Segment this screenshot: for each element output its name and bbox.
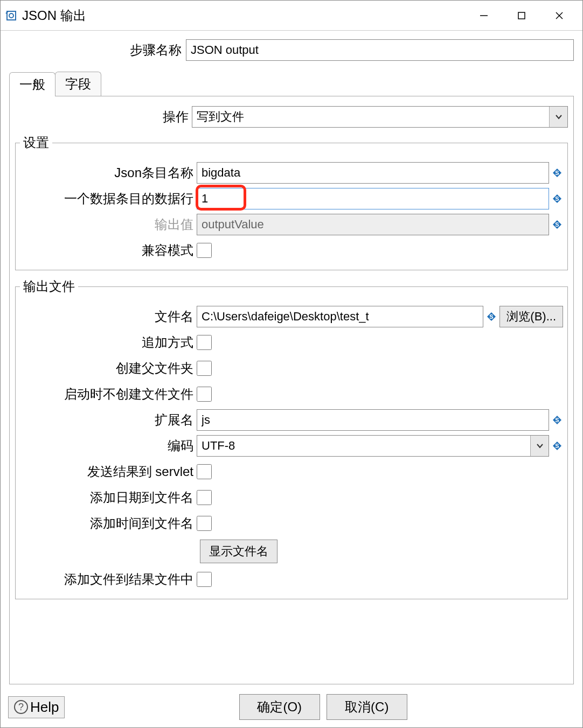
send-servlet-row: 发送结果到 servlet <box>20 460 563 484</box>
extension-input[interactable] <box>197 409 549 431</box>
add-date-row: 添加日期到文件名 <box>20 486 563 509</box>
help-icon: ? <box>14 700 28 714</box>
variable-icon[interactable]: S <box>551 414 563 426</box>
content-area: 步骤名称 一般 字段 操作 <box>1 31 582 689</box>
append-row: 追加方式 <box>20 331 563 354</box>
browse-button[interactable]: 浏览(B)... <box>499 306 563 327</box>
append-label: 追加方式 <box>20 334 197 351</box>
dialog-window: JSON 输出 步骤名称 一般 字段 操作 <box>0 0 583 728</box>
variable-icon[interactable]: S <box>551 193 563 205</box>
encoding-row: 编码 S <box>20 434 563 458</box>
help-label: Help <box>30 699 59 716</box>
svg-text:S: S <box>555 170 559 176</box>
json-entry-label: Json条目名称 <box>20 164 197 181</box>
output-file-fieldset: 输出文件 文件名 S 浏览(B)... 追加方式 <box>15 278 568 599</box>
add-time-label: 添加时间到文件名 <box>20 515 197 532</box>
close-button[interactable] <box>540 5 578 26</box>
tab-general[interactable]: 一般 <box>9 72 55 96</box>
bottom-bar: ? Help 确定(O) 取消(C) <box>1 689 582 727</box>
svg-rect-0 <box>7 11 16 20</box>
filename-row: 文件名 S 浏览(B)... <box>20 305 563 328</box>
variable-icon[interactable]: S <box>551 440 563 452</box>
no-create-start-row: 启动时不创建文件文件 <box>20 382 563 406</box>
tab-fields[interactable]: 字段 <box>55 72 101 96</box>
create-parent-row: 创建父文件夹 <box>20 356 563 380</box>
output-value-row: 输出值 S <box>20 213 563 236</box>
settings-legend: 设置 <box>20 134 52 151</box>
filename-label: 文件名 <box>20 308 197 325</box>
encoding-select[interactable] <box>197 435 549 457</box>
step-name-label: 步骤名称 <box>9 41 182 59</box>
tab-container: 一般 字段 操作 设置 <box>9 72 574 684</box>
compat-checkbox[interactable] <box>197 243 212 258</box>
extension-label: 扩展名 <box>20 411 197 429</box>
step-name-row: 步骤名称 <box>9 39 574 65</box>
no-create-start-checkbox[interactable] <box>197 387 212 402</box>
variable-icon[interactable]: S <box>485 311 497 323</box>
rows-per-entry-input[interactable] <box>197 188 549 209</box>
compat-label: 兼容模式 <box>20 242 197 259</box>
variable-icon[interactable]: S <box>551 167 563 179</box>
output-file-legend: 输出文件 <box>20 278 78 295</box>
minimize-button[interactable] <box>465 5 503 26</box>
svg-text:S: S <box>555 417 559 423</box>
filename-input[interactable] <box>197 306 483 327</box>
svg-text:S: S <box>555 221 559 228</box>
append-checkbox[interactable] <box>197 335 212 350</box>
step-name-input[interactable] <box>186 39 574 61</box>
add-time-row: 添加时间到文件名 <box>20 512 563 535</box>
send-servlet-label: 发送结果到 servlet <box>20 463 197 480</box>
output-value-label: 输出值 <box>20 216 197 233</box>
help-button[interactable]: ? Help <box>8 696 65 718</box>
window-controls <box>465 5 578 26</box>
operation-row: 操作 <box>15 105 568 129</box>
send-servlet-checkbox[interactable] <box>197 464 212 479</box>
add-to-result-row: 添加文件到结果文件中 <box>20 568 563 591</box>
extension-row: 扩展名 S <box>20 408 563 432</box>
cancel-button[interactable]: 取消(C) <box>327 694 407 720</box>
encoding-label: 编码 <box>20 437 197 454</box>
compat-row: 兼容模式 <box>20 239 563 262</box>
rows-per-entry-label: 一个数据条目的数据行 <box>20 190 197 207</box>
svg-point-1 <box>9 13 13 18</box>
show-filename-row: 显示文件名 <box>20 540 563 563</box>
variable-icon[interactable]: S <box>551 219 563 230</box>
operation-label: 操作 <box>15 108 192 125</box>
no-create-start-label: 启动时不创建文件文件 <box>20 386 197 403</box>
operation-select[interactable] <box>192 106 568 128</box>
add-to-result-label: 添加文件到结果文件中 <box>20 571 197 588</box>
svg-text:S: S <box>555 443 559 449</box>
add-date-checkbox[interactable] <box>197 490 212 505</box>
json-entry-input[interactable] <box>197 162 549 184</box>
create-parent-label: 创建父文件夹 <box>20 360 197 377</box>
add-time-checkbox[interactable] <box>197 516 212 531</box>
tab-general-body: 操作 设置 Json条目名称 <box>9 96 574 684</box>
add-to-result-checkbox[interactable] <box>197 572 212 587</box>
chevron-down-icon[interactable] <box>530 436 549 456</box>
rows-per-entry-row: 一个数据条目的数据行 S <box>20 187 563 211</box>
svg-rect-3 <box>518 12 525 19</box>
maximize-button[interactable] <box>503 5 540 26</box>
svg-text:S: S <box>490 313 494 320</box>
output-value-input <box>197 214 549 235</box>
tab-strip: 一般 字段 <box>9 72 574 96</box>
titlebar: JSON 输出 <box>1 1 582 31</box>
window-title: JSON 输出 <box>22 7 465 24</box>
ok-button[interactable]: 确定(O) <box>239 694 320 720</box>
add-date-label: 添加日期到文件名 <box>20 489 197 506</box>
svg-text:S: S <box>555 195 559 202</box>
create-parent-checkbox[interactable] <box>197 361 212 376</box>
json-entry-row: Json条目名称 S <box>20 161 563 185</box>
show-filename-button[interactable]: 显示文件名 <box>200 540 277 563</box>
chevron-down-icon[interactable] <box>549 107 567 127</box>
app-icon <box>5 9 18 22</box>
settings-fieldset: 设置 Json条目名称 S 一个数据条目的数据行 <box>15 134 568 270</box>
